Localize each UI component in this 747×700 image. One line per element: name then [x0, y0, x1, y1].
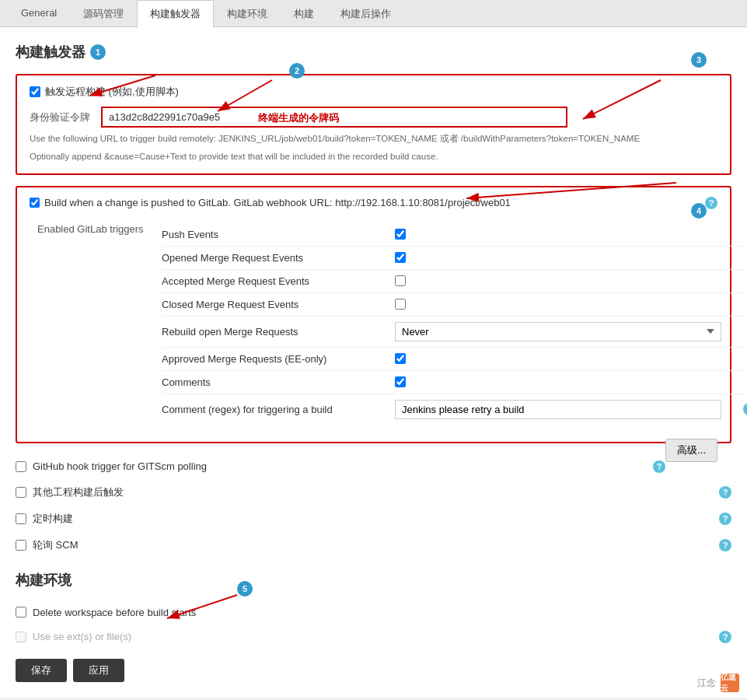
remote-build-block: 触发远程构建 (例如,使用脚本) 身份验证令牌 终端生成的令牌码 3 Use t… [16, 74, 731, 175]
triggers-list: Push Events Opened Merge Request Events [162, 223, 747, 425]
annotation-5: 5 [237, 581, 253, 597]
timed-build-help[interactable]: ? [719, 513, 731, 525]
gitlab-checkbox[interactable] [30, 198, 40, 208]
github-trigger-help[interactable]: ? [653, 460, 665, 473]
bottom-actions: 保存 应用 [16, 659, 731, 682]
trigger-row-push: Push Events [162, 223, 747, 247]
token-input[interactable] [101, 107, 567, 128]
delete-workspace-row: Delete workspace before build starts [16, 600, 731, 625]
other-build-label: 其他工程构建后触发 [33, 485, 124, 499]
trigger-label-comment-regex: Comment (regex) for triggering a build [162, 404, 379, 415]
section1-title-text: 构建触发器 [16, 43, 86, 61]
use-secret-label: Use se ext(s) or file(s) [33, 631, 131, 642]
github-trigger-label: GitHub hook trigger for GITScm polling [33, 460, 207, 472]
other-build-checkbox[interactable] [16, 487, 26, 498]
advanced-button[interactable]: 高级... [665, 439, 717, 462]
trigger-control-approved [395, 353, 406, 364]
poll-scm-row: 轮询 SCM ? [16, 532, 731, 558]
github-trigger-row: GitHub hook trigger for GITScm polling ? [16, 454, 665, 479]
use-secret-help[interactable]: ? [719, 631, 731, 643]
trigger-label-closed: Closed Merge Request Events [162, 299, 379, 310]
watermark: 江念 亿速云 [697, 674, 739, 692]
section2-title-text: 构建环境 [16, 572, 72, 588]
trigger-control-accepted [395, 275, 406, 286]
trigger-control-comments [395, 376, 406, 387]
tab-general[interactable]: General [8, 0, 70, 27]
other-build-row: 其他工程构建后触发 ? [16, 479, 731, 506]
watermark-brand: 亿速云 [721, 672, 739, 694]
trigger-checkbox-approved[interactable] [395, 353, 406, 364]
trigger-row-comment-regex: Comment (regex) for triggering a build ? [162, 394, 747, 425]
trigger-control-closed [395, 299, 406, 310]
section1-title: 构建触发器 1 [16, 43, 731, 61]
trigger-row-opened: Opened Merge Request Events [162, 247, 747, 270]
trigger-label-rebuild: Rebuild open Merge Requests [162, 326, 379, 338]
token-field-row: 身份验证令牌 终端生成的令牌码 3 [30, 107, 717, 128]
section2-title: 构建环境 [16, 571, 731, 590]
annotation-1: 1 [90, 44, 106, 60]
tab-source[interactable]: 源码管理 [70, 0, 137, 27]
page-content: 构建触发器 1 触发远程构建 (例如,使用脚本) 身份验证令牌 终端生成的令牌码… [0, 27, 747, 698]
trigger-row-closed: Closed Merge Request Events [162, 293, 747, 317]
trigger-row-comments: Comments [162, 371, 747, 394]
trigger-control-push [395, 229, 406, 240]
poll-scm-help[interactable]: ? [719, 539, 731, 551]
gitlab-header: Build when a change is pushed to GitLab.… [30, 197, 717, 209]
trigger-label-opened: Opened Merge Request Events [162, 252, 379, 264]
trigger-control-opened [395, 252, 406, 263]
annotation-4: 4 [691, 203, 707, 219]
comment-regex-help-icon[interactable]: ? [743, 403, 747, 415]
trigger-checkbox-comments[interactable] [395, 376, 406, 387]
help-text-2: Optionally append &cause=Cause+Text to p… [30, 150, 717, 163]
poll-scm-checkbox[interactable] [16, 540, 26, 551]
save-button[interactable]: 保存 [16, 659, 67, 682]
trigger-checkbox-opened[interactable] [395, 252, 406, 263]
gitlab-help-icon[interactable]: ? [705, 197, 717, 209]
tab-env[interactable]: 构建环境 [214, 0, 281, 27]
trigger-checkbox-closed[interactable] [395, 299, 406, 310]
gitlab-label: Build when a change is pushed to GitLab.… [44, 197, 511, 208]
remote-build-row: 触发远程构建 (例如,使用脚本) [30, 85, 717, 99]
tab-build[interactable]: 构建 [281, 0, 327, 27]
trigger-label-push: Push Events [162, 229, 379, 240]
gitlab-block: Build when a change is pushed to GitLab.… [16, 186, 731, 443]
other-build-help[interactable]: ? [719, 486, 731, 499]
delete-workspace-label: Delete workspace before build starts [33, 607, 196, 618]
use-secret-checkbox[interactable] [16, 632, 26, 642]
remote-build-label: 触发远程构建 (例如,使用脚本) [45, 85, 179, 99]
trigger-control-rebuild[interactable]: Never On push to source branch On push t… [395, 322, 721, 341]
trigger-label-comments: Comments [162, 376, 379, 388]
trigger-row-approved: Approved Merge Requests (EE-only) [162, 348, 747, 371]
comment-regex-input[interactable] [395, 400, 721, 419]
timed-build-label: 定时构建 [33, 512, 73, 526]
tab-trigger[interactable]: 构建触发器 [137, 0, 214, 27]
annotation-3: 3 [691, 52, 707, 68]
trigger-row-accepted: Accepted Merge Request Events [162, 270, 747, 293]
enabled-triggers-label: Enabled GitLab triggers [37, 223, 146, 235]
github-trigger-checkbox[interactable] [16, 461, 26, 472]
trigger-label-approved: Approved Merge Requests (EE-only) [162, 353, 379, 365]
poll-scm-label: 轮询 SCM [33, 538, 79, 552]
trigger-row-rebuild: Rebuild open Merge Requests Never On pus… [162, 317, 747, 348]
trigger-control-comment-regex [395, 400, 721, 419]
timed-build-checkbox[interactable] [16, 513, 26, 524]
triggers-table: Enabled GitLab triggers Push Events Open… [37, 219, 717, 429]
token-label: 身份验证令牌 [30, 110, 92, 124]
apply-button[interactable]: 应用 [73, 659, 124, 682]
annotation-2: 2 [289, 63, 305, 79]
trigger-checkbox-push[interactable] [395, 229, 406, 240]
watermark-text: 江念 [697, 677, 716, 690]
delete-workspace-checkbox[interactable] [16, 607, 26, 618]
use-secret-row: Use se ext(s) or file(s) ? [16, 625, 731, 649]
help-text-1: Use the following URL to trigger build r… [30, 132, 717, 145]
tabs-bar: General 源码管理 构建触发器 构建环境 构建 构建后操作 [0, 0, 747, 27]
timed-build-row: 定时构建 ? [16, 506, 731, 532]
tab-post[interactable]: 构建后操作 [327, 0, 404, 27]
rebuild-select[interactable]: Never On push to source branch On push t… [395, 322, 721, 341]
trigger-label-accepted: Accepted Merge Request Events [162, 275, 379, 287]
watermark-logo: 亿速云 [721, 674, 739, 692]
trigger-checkbox-accepted[interactable] [395, 275, 406, 286]
remote-build-checkbox[interactable] [30, 86, 40, 97]
